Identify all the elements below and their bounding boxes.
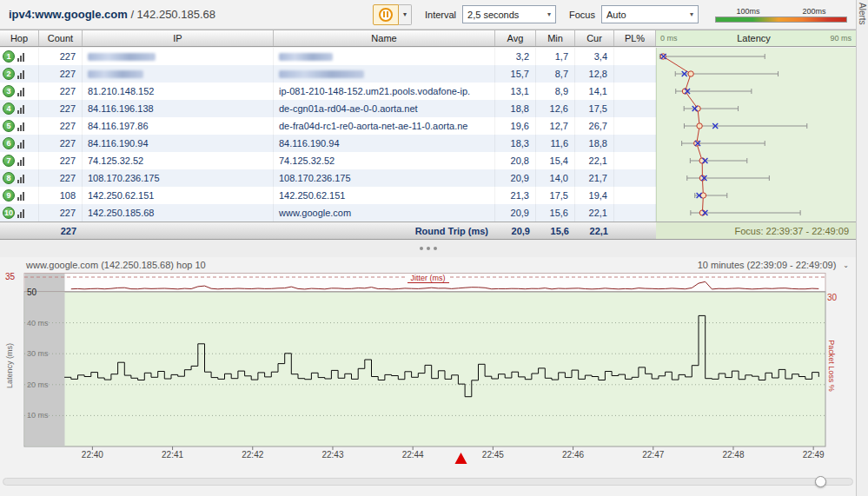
- name-cell: 74.125.32.52: [274, 152, 495, 169]
- packet-loss-cell: [614, 117, 656, 135]
- latency-color-legend: 100ms 200ms: [715, 7, 847, 23]
- packet-loss-cell: [614, 83, 656, 100]
- avg-cell: 13,1: [495, 83, 536, 100]
- latency-graph-cell: [656, 187, 856, 204]
- min-cell: 15,4: [536, 152, 575, 169]
- timeline-scrollbar[interactable]: [3, 478, 853, 486]
- round-trip-label: Round Trip (ms): [274, 222, 495, 239]
- chevron-down-icon: ⌄: [843, 261, 849, 269]
- focus-graph-icon: [17, 104, 24, 114]
- focus-graph-icon: [17, 52, 24, 62]
- hop-number-badge: 8: [3, 172, 15, 184]
- header-pl-label: PL%: [625, 33, 645, 43]
- timeline-header: www.google.com (142.250.185.68) hop 10 1…: [0, 257, 856, 273]
- alerts-tab[interactable]: Alerts: [856, 0, 868, 496]
- header-count[interactable]: Count: [39, 30, 83, 46]
- hop-table-row[interactable]: 8 227 108.170.236.175 108.170.236.175 20…: [0, 169, 856, 187]
- ip-cell: [83, 48, 274, 65]
- header-cur-label: Cur: [586, 33, 602, 43]
- cur-cell: 22,1: [575, 152, 614, 169]
- latency-scale-title: Latency: [737, 33, 771, 43]
- pause-icon: [379, 8, 393, 22]
- packet-loss-cell: [614, 48, 656, 65]
- time-range-label: 10 minutes (22:39:09 - 22:49:09): [698, 260, 837, 270]
- trace-control-dropdown-button[interactable]: ▾: [399, 4, 412, 25]
- focus-range-label: Focus: 22:39:37 - 22:49:09: [656, 222, 856, 239]
- ip-cell: 108.170.236.175: [83, 169, 274, 187]
- latency-graph-cell: [656, 48, 856, 65]
- hop-table-row[interactable]: 6 227 84.116.190.94 84.116.190.94 18,3 1…: [0, 135, 856, 152]
- footer-ip-cell: [83, 222, 274, 239]
- name-cell: 142.250.62.151: [274, 187, 495, 204]
- header-name-label: Name: [371, 33, 396, 43]
- focus-label: Focus: [569, 10, 595, 20]
- name-cell: 108.170.236.175: [274, 169, 495, 187]
- latency-graph-cell: [656, 204, 856, 222]
- hop-cell: 9: [0, 187, 39, 204]
- hop-number-badge: 6: [3, 137, 15, 149]
- pause-button[interactable]: [373, 4, 399, 25]
- avg-cell: 21,3: [495, 187, 536, 204]
- time-range-select[interactable]: 10 minutes (22:39:09 - 22:49:09) ⌄: [698, 260, 849, 270]
- latency-graph-cell: [656, 169, 856, 187]
- count-cell: 227: [39, 48, 83, 65]
- count-cell: 227: [39, 117, 83, 135]
- hop-cell: 2: [0, 65, 39, 83]
- min-cell: 8,7: [536, 65, 575, 83]
- hop-table-row[interactable]: 10 227 142.250.185.68 www.google.com 20,…: [0, 204, 856, 222]
- hop-table-row[interactable]: 5 227 84.116.197.86 de-fra04d-rc1-re0-ao…: [0, 117, 856, 135]
- hop-number-badge: 5: [3, 120, 15, 132]
- hop-table-row[interactable]: 4 227 84.116.196.138 de-cgn01a-rd04-ae-0…: [0, 100, 856, 117]
- hop-table-row[interactable]: 7 227 74.125.32.52 74.125.32.52 20,8 15,…: [0, 152, 856, 169]
- packet-loss-marker[interactable]: [454, 453, 467, 464]
- hop-table-row[interactable]: 3 227 81.210.148.152 ip-081-210-148-152.…: [0, 83, 856, 100]
- timeline-title: www.google.com (142.250.185.68) hop 10: [26, 260, 206, 270]
- packet-loss-cell: [614, 204, 656, 222]
- hop-cell: 1: [0, 48, 39, 65]
- hop-table-row[interactable]: 9 108 142.250.62.151 142.250.62.151 21,3…: [0, 187, 856, 204]
- redacted-ip: [88, 53, 156, 61]
- latency-gradient-bar: [715, 17, 847, 23]
- redacted-ip: [88, 70, 143, 78]
- latency-graph-cell: [656, 83, 856, 100]
- chevron-down-icon: ▾: [547, 10, 551, 18]
- count-cell: 227: [39, 135, 83, 152]
- packet-loss-cell: [614, 187, 656, 204]
- hop-table-row[interactable]: 1 227 3,2 1,7 3,4: [0, 48, 856, 65]
- interval-select[interactable]: 2,5 seconds ▾: [462, 5, 556, 23]
- hop-cell: 8: [0, 169, 39, 187]
- header-pl[interactable]: PL%: [614, 30, 656, 46]
- header-avg[interactable]: Avg: [495, 30, 536, 46]
- avg-cell: 18,3: [495, 135, 536, 152]
- target-separator: /: [128, 8, 137, 21]
- header-latency-scale[interactable]: 0 ms Latency 90 ms: [656, 30, 856, 46]
- target-title: ipv4:www.google.com / 142.250.185.68: [9, 8, 367, 21]
- cur-cell: 26,7: [575, 117, 614, 135]
- header-hop[interactable]: Hop: [0, 30, 39, 46]
- min-cell: 12,6: [536, 100, 575, 117]
- count-cell: 227: [39, 204, 83, 222]
- latency-timeline-chart[interactable]: [0, 273, 856, 467]
- cur-cell: 14,1: [575, 83, 614, 100]
- header-count-label: Count: [48, 33, 73, 43]
- panel-splitter[interactable]: [0, 240, 856, 257]
- name-cell: 84.116.190.94: [274, 135, 495, 152]
- latency-scale-max: 90 ms: [830, 34, 851, 43]
- jitter-max-label: 35: [5, 272, 15, 281]
- header-min[interactable]: Min: [536, 30, 575, 46]
- min-cell: 15,6: [536, 204, 575, 222]
- latency-scale-min: 0 ms: [660, 34, 678, 43]
- hop-table-row[interactable]: 2 227 15,7 8,7 12,8: [0, 65, 856, 83]
- header-name[interactable]: Name: [274, 30, 495, 46]
- focus-select[interactable]: Auto ▾: [601, 5, 699, 23]
- hop-number-badge: 7: [3, 155, 15, 167]
- scrollbar-thumb[interactable]: [815, 476, 826, 487]
- latency-graph-cell: [656, 117, 856, 135]
- hop-cell: 10: [0, 204, 39, 222]
- header-ip[interactable]: IP: [83, 30, 274, 46]
- hop-cell: 5: [0, 117, 39, 135]
- avg-cell: 20,9: [495, 204, 536, 222]
- cur-cell: 12,8: [575, 65, 614, 83]
- ip-cell: 142.250.62.151: [83, 187, 274, 204]
- header-cur[interactable]: Cur: [575, 30, 614, 46]
